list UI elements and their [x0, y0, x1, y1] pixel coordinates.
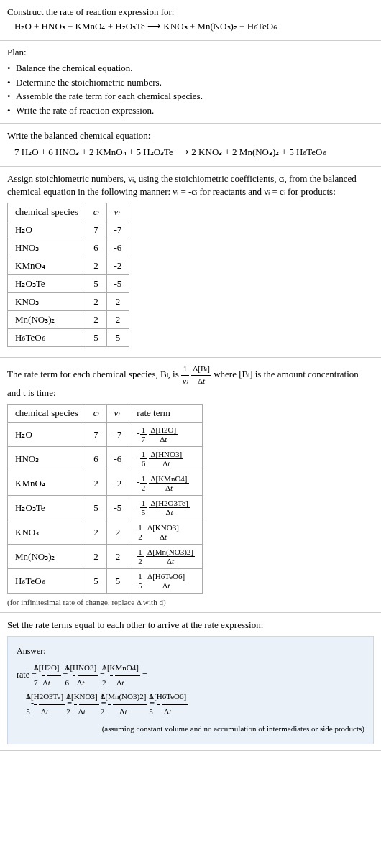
- stoich-section: Assign stoichiometric numbers, νᵢ, using…: [0, 167, 381, 358]
- cell-species: H₂O: [8, 221, 86, 239]
- plan-title: Plan:: [7, 47, 374, 58]
- col-ci: cᵢ: [86, 405, 106, 423]
- final-section: Set the rate terms equal to each other t…: [0, 613, 381, 751]
- col-species: chemical species: [8, 405, 86, 423]
- cell-v: -7: [106, 423, 129, 447]
- cell-rate: -17 Δ[H2O]Δt: [129, 423, 203, 447]
- table-row: KNO₃22: [8, 293, 129, 311]
- cell-species: KNO₃: [8, 293, 86, 311]
- balanced-section: Write the balanced chemical equation: 7 …: [0, 124, 381, 166]
- cell-c: 7: [86, 423, 106, 447]
- cell-c: 2: [86, 545, 106, 569]
- plan-item: Write the rate of reaction expression.: [7, 103, 374, 118]
- balanced-equation: 7 H₂O + 6 HNO₃ + 2 KMnO₄ + 5 H₂O₃Te ⟶ 2 …: [7, 146, 374, 159]
- cell-species: HNO₃: [8, 447, 86, 471]
- cell-v: -6: [106, 239, 129, 257]
- plan-list: Balance the chemical equation. Determine…: [7, 61, 374, 117]
- col-ci: cᵢ: [86, 203, 106, 221]
- cell-c: 2: [86, 471, 106, 496]
- answer-label: Answer:: [17, 644, 364, 660]
- table-row: HNO₃6-6: [8, 239, 129, 257]
- cell-c: 5: [86, 329, 106, 347]
- cell-species: Mn(NO₃)₂: [8, 545, 86, 569]
- final-para: Set the rate terms equal to each other t…: [7, 619, 374, 632]
- rateterm-table: chemical species cᵢ νᵢ rate term H₂O7-7-…: [7, 404, 203, 594]
- cell-species: H₂O₃Te: [8, 275, 86, 293]
- answer-box: Answer: rate = -17 Δ[H2O]Δt = -16 Δ[HNO3…: [7, 636, 374, 744]
- cell-v: 2: [106, 545, 129, 569]
- table-row: H₆TeO₆5515 Δ[H6TeO6]Δt: [8, 569, 203, 594]
- col-vi: νᵢ: [106, 405, 129, 423]
- rate-frac-coef: 1νᵢ: [181, 364, 189, 387]
- cell-c: 7: [86, 221, 106, 239]
- table-row: H₂O₃Te5-5: [8, 275, 129, 293]
- plan-item: Balance the chemical equation.: [7, 61, 374, 75]
- cell-v: -5: [106, 275, 129, 293]
- cell-species: KNO₃: [8, 520, 86, 545]
- cell-species: HNO₃: [8, 239, 86, 257]
- cell-c: 6: [86, 447, 106, 471]
- table-row: KMnO₄2-2-12 Δ[KMnO4]Δt: [8, 471, 203, 496]
- table-row: H₂O7-7: [8, 221, 129, 239]
- rateterm-section: The rate term for each chemical species,…: [0, 358, 381, 613]
- cell-v: -2: [106, 257, 129, 275]
- table-row: KNO₃2212 Δ[KNO3]Δt: [8, 520, 203, 545]
- rateterm-para: The rate term for each chemical species,…: [7, 364, 374, 400]
- cell-v: 2: [106, 293, 129, 311]
- cell-species: H₆TeO₆: [8, 569, 86, 594]
- table-header-row: chemical species cᵢ νᵢ: [8, 203, 129, 221]
- table-row: Mn(NO₃)₂2212 Δ[Mn(NO3)2]Δt: [8, 545, 203, 569]
- col-vi: νᵢ: [106, 203, 129, 221]
- plan-item: Determine the stoichiometric numbers.: [7, 75, 374, 90]
- cell-c: 5: [86, 569, 106, 594]
- intro-title: Construct the rate of reaction expressio…: [7, 6, 374, 19]
- cell-c: 5: [86, 275, 106, 293]
- cell-v: -6: [106, 447, 129, 471]
- table-row: H₂O₃Te5-5-15 Δ[H2O3Te]Δt: [8, 496, 203, 520]
- cell-rate: 12 Δ[KNO3]Δt: [129, 520, 203, 545]
- stoich-table: chemical species cᵢ νᵢ H₂O7-7 HNO₃6-6 KM…: [7, 203, 129, 347]
- cell-c: 2: [86, 520, 106, 545]
- cell-v: -2: [106, 471, 129, 496]
- cell-v: -7: [106, 221, 129, 239]
- cell-species: KMnO₄: [8, 257, 86, 275]
- balanced-title: Write the balanced chemical equation:: [7, 129, 374, 142]
- cell-species: H₂O₃Te: [8, 496, 86, 520]
- table-row: HNO₃6-6-16 Δ[HNO3]Δt: [8, 447, 203, 471]
- table-row: Mn(NO₃)₂22: [8, 311, 129, 329]
- cell-species: Mn(NO₃)₂: [8, 311, 86, 329]
- cell-species: H₂O: [8, 423, 86, 447]
- cell-v: 5: [106, 569, 129, 594]
- cell-c: 2: [86, 257, 106, 275]
- plan-section: Plan: Balance the chemical equation. Det…: [0, 41, 381, 124]
- cell-rate: -12 Δ[KMnO4]Δt: [129, 471, 203, 496]
- cell-species: KMnO₄: [8, 471, 86, 496]
- rateterm-pre: The rate term for each chemical species,…: [7, 369, 181, 379]
- cell-species: H₆TeO₆: [8, 329, 86, 347]
- rate-frac-delta: Δ[Bᵢ]Δt: [191, 364, 211, 387]
- plan-item: Assemble the rate term for each chemical…: [7, 89, 374, 103]
- cell-c: 2: [86, 293, 106, 311]
- intro-section: Construct the rate of reaction expressio…: [0, 0, 381, 41]
- cell-rate: 15 Δ[H6TeO6]Δt: [129, 569, 203, 594]
- table-row: H₂O7-7-17 Δ[H2O]Δt: [8, 423, 203, 447]
- cell-rate: 12 Δ[Mn(NO3)2]Δt: [129, 545, 203, 569]
- cell-v: 5: [106, 329, 129, 347]
- cell-c: 2: [86, 311, 106, 329]
- rate-expression: rate = -17 Δ[H2O]Δt = -16 Δ[HNO3]Δt = -1…: [17, 661, 364, 719]
- cell-c: 5: [86, 496, 106, 520]
- rateterm-note: (for infinitesimal rate of change, repla…: [7, 598, 374, 606]
- cell-v: 2: [106, 311, 129, 329]
- cell-v: -5: [106, 496, 129, 520]
- answer-note: (assuming constant volume and no accumul…: [17, 722, 364, 737]
- cell-rate: -16 Δ[HNO3]Δt: [129, 447, 203, 471]
- table-row: KMnO₄2-2: [8, 257, 129, 275]
- cell-v: 2: [106, 520, 129, 545]
- col-rate: rate term: [129, 405, 203, 423]
- col-species: chemical species: [8, 203, 86, 221]
- table-header-row: chemical species cᵢ νᵢ rate term: [8, 405, 203, 423]
- stoich-para: Assign stoichiometric numbers, νᵢ, using…: [7, 172, 374, 198]
- table-row: H₆TeO₆55: [8, 329, 129, 347]
- intro-equation: H₂O + HNO₃ + KMnO₄ + H₂O₃Te ⟶ KNO₃ + Mn(…: [7, 20, 374, 33]
- cell-c: 6: [86, 239, 106, 257]
